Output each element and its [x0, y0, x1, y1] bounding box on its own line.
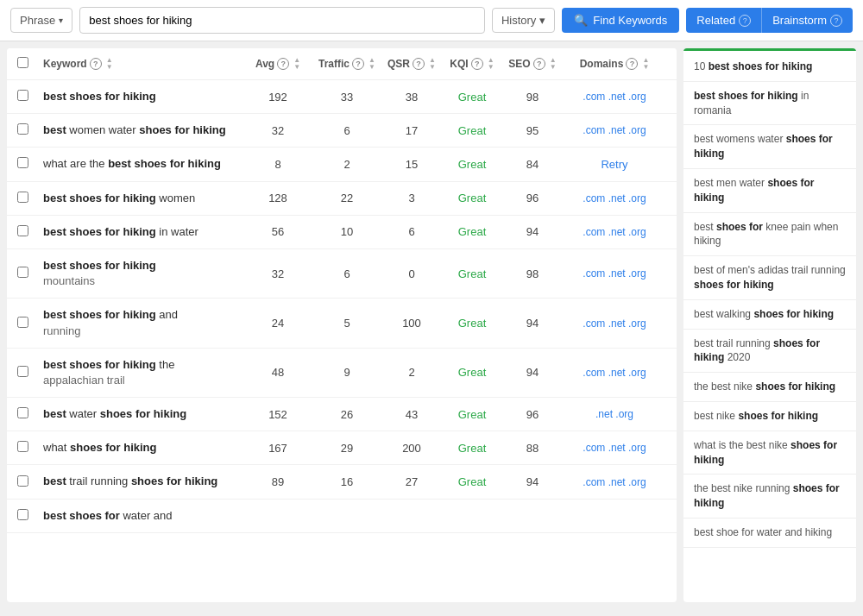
- find-keywords-button[interactable]: 🔍 Find Keywords: [562, 8, 679, 33]
- traffic-cell: 33: [312, 91, 381, 104]
- row-checkbox[interactable]: [17, 123, 28, 135]
- domains-cell[interactable]: .com .net .org: [563, 124, 666, 136]
- keyword-cell: best shoes for hiking: [43, 89, 243, 104]
- keyword-sort[interactable]: ▲▼: [106, 57, 113, 71]
- sidebar-item[interactable]: best shoe for water and hiking: [683, 519, 856, 548]
- domains-info-icon[interactable]: ?: [626, 58, 638, 70]
- domains-cell[interactable]: .com .net .org: [563, 91, 666, 103]
- row-checkbox[interactable]: [17, 317, 28, 328]
- domains-sort[interactable]: ▲▼: [642, 57, 649, 71]
- header-seo[interactable]: SEO ? ▲▼: [502, 57, 563, 71]
- brainstorm-button[interactable]: Brainstorm ?: [761, 8, 853, 33]
- keyword-info-icon[interactable]: ?: [90, 58, 102, 70]
- row-checkbox[interactable]: [17, 267, 28, 278]
- sidebar-item[interactable]: best of men's adidas trail running shoes…: [683, 256, 856, 300]
- header-domains[interactable]: Domains ? ▲▼: [563, 57, 666, 71]
- domains-cell[interactable]: .com .net .org: [563, 226, 666, 238]
- header-keyword[interactable]: Keyword ? ▲▼: [43, 57, 243, 71]
- header-qsr[interactable]: QSR ? ▲▼: [381, 57, 442, 71]
- seo-cell: 98: [502, 267, 563, 280]
- search-input[interactable]: [79, 7, 485, 34]
- related-button[interactable]: Related ?: [686, 8, 761, 33]
- domains-cell[interactable]: .com .net .org: [563, 192, 666, 204]
- avg-sort[interactable]: ▲▼: [293, 57, 300, 71]
- sidebar-item[interactable]: the best nike shoes for hiking: [683, 373, 856, 402]
- sidebar-item[interactable]: best nike shoes for hiking: [683, 402, 856, 431]
- sidebar-item[interactable]: best shoes for hiking in romania: [683, 82, 856, 126]
- row-checkbox[interactable]: [17, 509, 28, 520]
- row-checkbox[interactable]: [17, 475, 28, 487]
- table-row: best water shoes for hiking 152 26 43 Gr…: [7, 398, 677, 431]
- qsr-cell: 6: [381, 225, 442, 238]
- traffic-cell: 29: [312, 442, 381, 455]
- seo-sort[interactable]: ▲▼: [550, 57, 557, 71]
- traffic-cell: 22: [312, 192, 381, 204]
- table-row: best women water shoes for hiking 32 6 1…: [7, 114, 677, 148]
- select-all-checkbox[interactable]: [17, 57, 28, 68]
- avg-header-label: Avg: [255, 58, 274, 70]
- avg-cell: 128: [243, 192, 312, 204]
- traffic-info-icon[interactable]: ?: [352, 58, 364, 70]
- row-checkbox[interactable]: [17, 90, 28, 101]
- main-content: Keyword ? ▲▼ Avg ? ▲▼ Traffic ? ▲▼ QSR ?…: [0, 41, 863, 609]
- brainstorm-info-icon[interactable]: ?: [830, 15, 842, 27]
- sidebar-item[interactable]: the best nike running shoes for hiking: [683, 475, 856, 519]
- domains-cell[interactable]: .com .net .org: [563, 317, 666, 330]
- avg-cell: 56: [243, 225, 312, 238]
- domains-cell[interactable]: .com .net .org: [563, 267, 666, 280]
- domains-cell[interactable]: .com .net .org: [563, 476, 666, 488]
- avg-cell: 167: [243, 442, 312, 455]
- traffic-cell: 26: [312, 408, 381, 421]
- qsr-sort[interactable]: ▲▼: [429, 57, 436, 71]
- row-checkbox[interactable]: [17, 225, 28, 236]
- row-checkbox[interactable]: [17, 157, 28, 168]
- kqi-cell: Great: [442, 192, 502, 204]
- domains-cell[interactable]: .com .net .org: [563, 442, 666, 454]
- table-row: best shoes for hikingmountains 32 6 0 Gr…: [7, 249, 677, 299]
- history-button[interactable]: History ▾: [492, 8, 555, 33]
- sidebar-item[interactable]: best shoes for knee pain when hiking: [683, 213, 856, 257]
- seo-cell: 96: [502, 408, 563, 421]
- header-kqi[interactable]: KQI ? ▲▼: [442, 57, 502, 71]
- brainstorm-label: Brainstorm: [772, 14, 827, 27]
- chevron-down-icon: ▾: [59, 16, 63, 25]
- row-checkbox[interactable]: [17, 192, 28, 203]
- sidebar-item[interactable]: best trail running shoes for hiking 2020: [683, 330, 856, 374]
- sidebar-item[interactable]: best walking shoes for hiking: [683, 300, 856, 330]
- seo-cell: 88: [502, 442, 563, 455]
- sidebar-item[interactable]: best men water shoes for hiking: [683, 169, 856, 213]
- row-checkbox[interactable]: [17, 407, 28, 418]
- avg-cell: 32: [243, 267, 312, 280]
- traffic-sort[interactable]: ▲▼: [369, 57, 375, 71]
- header-traffic[interactable]: Traffic ? ▲▼: [312, 57, 381, 71]
- right-sidebar: 10 best shoes for hiking best shoes for …: [683, 48, 856, 602]
- domains-cell[interactable]: .com .net .org: [563, 367, 666, 379]
- kqi-info-icon[interactable]: ?: [471, 58, 483, 70]
- traffic-cell: 16: [312, 475, 381, 488]
- sidebar-item[interactable]: what is the best nike shoes for hiking: [683, 431, 856, 475]
- retry-link[interactable]: Retry: [563, 158, 666, 171]
- qsr-cell: 17: [381, 124, 442, 137]
- kqi-cell: Great: [442, 442, 502, 455]
- sidebar-item[interactable]: best womens water shoes for hiking: [683, 125, 856, 169]
- kqi-header-label: KQI: [450, 58, 468, 70]
- row-checkbox[interactable]: [17, 366, 28, 377]
- chevron-down-icon: ▾: [539, 14, 545, 27]
- seo-cell: 94: [502, 475, 563, 488]
- row-checkbox[interactable]: [17, 441, 28, 452]
- sidebar-item[interactable]: 10 best shoes for hiking: [683, 53, 856, 82]
- header-avg[interactable]: Avg ? ▲▼: [243, 57, 312, 71]
- table-section: Keyword ? ▲▼ Avg ? ▲▼ Traffic ? ▲▼ QSR ?…: [7, 48, 677, 602]
- seo-cell: 96: [502, 192, 563, 204]
- qsr-cell: 3: [381, 192, 442, 204]
- green-bar: [683, 48, 856, 51]
- qsr-cell: 100: [381, 317, 442, 330]
- avg-info-icon[interactable]: ?: [277, 58, 289, 70]
- qsr-info-icon[interactable]: ?: [413, 58, 425, 70]
- seo-info-icon[interactable]: ?: [533, 58, 545, 70]
- keyword-cell: what are the best shoes for hiking: [43, 156, 243, 172]
- kqi-sort[interactable]: ▲▼: [488, 57, 494, 71]
- related-info-icon[interactable]: ?: [739, 15, 751, 27]
- domains-cell[interactable]: .net .org: [563, 408, 666, 420]
- phrase-button[interactable]: Phrase ▾: [10, 8, 72, 33]
